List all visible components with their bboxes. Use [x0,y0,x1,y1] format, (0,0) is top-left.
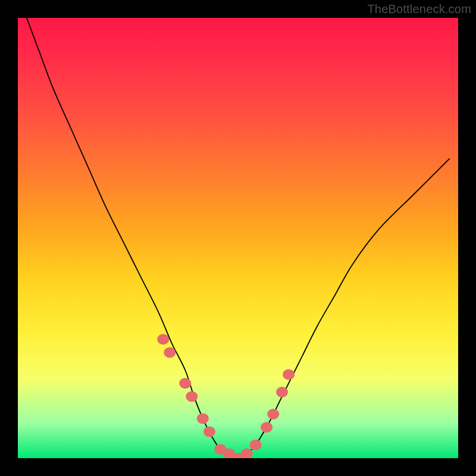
plot-svg [18,18,458,458]
marker-dot [203,427,215,437]
near-optimal-markers [157,334,295,458]
marker-dot [250,440,262,450]
marker-dot [267,409,279,419]
marker-dot [164,347,176,358]
watermark-text: TheBottleneck.com [367,2,471,16]
marker-dot [179,378,191,389]
plot-area [18,18,458,458]
chart-stage: TheBottleneck.com [0,0,476,476]
marker-dot [261,422,273,433]
marker-dot [157,334,169,345]
marker-dot [186,391,198,402]
marker-dot [197,413,209,424]
marker-dot [283,369,295,380]
bottleneck-curve [27,18,449,458]
marker-dot [276,387,288,397]
